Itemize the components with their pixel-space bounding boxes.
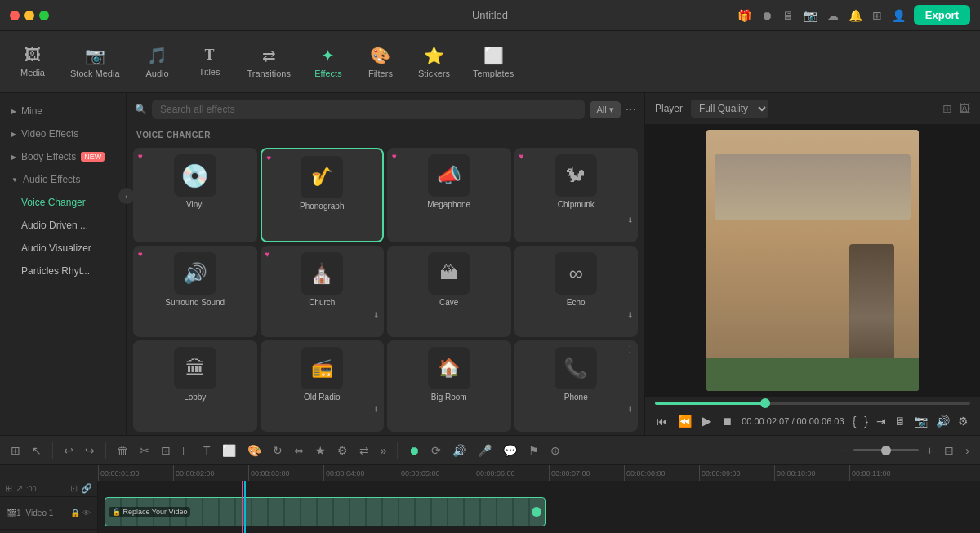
church-label: Church xyxy=(309,298,335,307)
more-button[interactable]: ··· xyxy=(626,102,636,117)
motion-button[interactable]: ⟳ xyxy=(427,442,445,460)
layout-button[interactable]: ⊟ xyxy=(940,442,958,460)
effect-cave[interactable]: 🏔 Cave xyxy=(387,246,511,337)
toolbar-item-stickers[interactable]: ⭐ Stickers xyxy=(408,41,460,83)
effect-surround-sound[interactable]: ♥ 🔊 Surround Sound xyxy=(133,246,257,337)
maximize-button[interactable] xyxy=(39,11,49,20)
toolbar-item-media[interactable]: 🖼 Media xyxy=(8,41,57,82)
sidebar-item-audio-effects[interactable]: ▼ Audio Effects xyxy=(0,168,126,191)
settings-button[interactable]: ⚙ xyxy=(956,413,970,429)
sidebar-item-mine[interactable]: ▶ Mine xyxy=(0,100,126,122)
gift-icon[interactable]: 🎁 xyxy=(737,9,751,22)
track-add-button[interactable]: ⊕ xyxy=(546,442,564,460)
mirror-button[interactable]: ⇔ xyxy=(290,442,308,460)
avatar-icon[interactable]: 👤 xyxy=(892,9,906,22)
effect-vinyl[interactable]: ♥ 💿 Vinyl xyxy=(133,148,257,242)
monitor-button[interactable]: 🖥 xyxy=(893,413,907,429)
record-icon[interactable]: ⏺ xyxy=(761,9,773,22)
timeline-snap-icon[interactable]: ⊡ xyxy=(70,483,78,494)
timeline-arrow-icon[interactable]: ↗ xyxy=(16,483,23,494)
toolbar-item-titles[interactable]: T Titles xyxy=(185,42,234,82)
step-back-button[interactable]: ⏪ xyxy=(676,413,693,429)
ruler-mark-3: 00:00:04:00 xyxy=(323,464,399,481)
sidebar-item-particles-rhythm[interactable]: Particles Rhyt... xyxy=(0,260,126,282)
split-button[interactable]: ⊢ xyxy=(178,442,196,460)
search-input[interactable] xyxy=(152,100,585,119)
mic-button[interactable]: 🎤 xyxy=(474,442,496,460)
delete-button[interactable]: 🗑 xyxy=(113,442,132,460)
expand-button[interactable]: › xyxy=(961,442,973,460)
toolbar-item-templates[interactable]: ⬜ Templates xyxy=(463,41,523,83)
export-button[interactable]: Export xyxy=(914,5,970,25)
sidebar-item-body-effects[interactable]: ▶ Body Effects NEW xyxy=(0,145,126,168)
zoom-in-button[interactable]: + xyxy=(922,442,937,460)
timeline-grid-icon[interactable]: ⊞ xyxy=(5,483,12,494)
progress-bar[interactable] xyxy=(655,402,970,405)
stop-button[interactable]: ⏹ xyxy=(719,413,734,429)
minimize-button[interactable] xyxy=(24,11,34,20)
sidebar-item-voice-changer[interactable]: Voice Changer xyxy=(0,191,126,214)
filter-button[interactable]: All ▾ xyxy=(590,101,620,118)
mark-in-button[interactable]: { xyxy=(851,413,858,429)
volume-button[interactable]: 🔊 xyxy=(934,413,951,429)
undo-button[interactable]: ↩ xyxy=(60,442,78,460)
pointer-button[interactable]: ↖ xyxy=(28,442,46,460)
image-icon[interactable]: 🖼 xyxy=(959,102,970,115)
effect-echo[interactable]: ∞ ⬇ Echo xyxy=(514,246,639,337)
effect-old-radio[interactable]: 📻 ⬇ Old Radio xyxy=(261,340,385,432)
effect-lobby[interactable]: 🏛 Lobby xyxy=(133,340,257,432)
frame-button[interactable]: ⬜ xyxy=(218,442,240,460)
sidebar-item-audio-visualizer[interactable]: Audio Visualizer xyxy=(0,237,126,260)
trim-button[interactable]: ⇥ xyxy=(875,413,888,429)
more-options-icon[interactable]: ⋮ xyxy=(626,344,634,353)
adjust-button[interactable]: ⚙ xyxy=(333,442,352,460)
video-clip[interactable]: 🔒 Replace Your Video xyxy=(105,497,546,526)
zoom-slider[interactable] xyxy=(853,449,919,451)
more-tools-button[interactable]: » xyxy=(376,442,391,460)
timeline-link-icon[interactable]: 🔗 xyxy=(81,483,92,494)
rotate-button[interactable]: ↻ xyxy=(269,442,287,460)
crop-button[interactable]: ⊡ xyxy=(157,442,175,460)
audio-btn[interactable]: 🔊 xyxy=(448,442,470,460)
record-button[interactable]: ⏺ xyxy=(404,442,424,460)
effect-megaphone[interactable]: ♥ 📣 Megaphone xyxy=(387,148,511,242)
mark-out-button[interactable]: } xyxy=(862,413,870,429)
progress-thumb[interactable] xyxy=(760,398,770,408)
subtitle-button[interactable]: 💬 xyxy=(499,442,521,460)
zoom-out-button[interactable]: − xyxy=(835,442,850,460)
play-button[interactable]: ▶ xyxy=(700,411,713,430)
eye-icon[interactable]: 👁 xyxy=(82,509,91,517)
bell-icon[interactable]: 🔔 xyxy=(849,9,862,22)
skip-back-button[interactable]: ⏮ xyxy=(655,413,670,429)
grid-icon[interactable]: ⊞ xyxy=(872,9,882,22)
toolbar-item-transitions[interactable]: ⇄ Transitions xyxy=(238,41,301,83)
redo-button[interactable]: ↪ xyxy=(81,442,99,460)
effect-big-room[interactable]: 🏠 Big Room xyxy=(387,340,511,432)
mark-button[interactable]: ⚑ xyxy=(524,442,543,460)
toolbar-item-effects[interactable]: ✦ Effects xyxy=(304,41,353,83)
effect-apply-button[interactable]: ★ xyxy=(311,442,330,460)
quality-select[interactable]: Full Quality Half Quality xyxy=(691,100,768,118)
toolbar-item-audio[interactable]: 🎵 Audio xyxy=(133,41,182,83)
toolbar-item-filters[interactable]: 🎨 Filters xyxy=(356,41,405,83)
effect-phone[interactable]: 📞 ⬇ Phone ⋮ xyxy=(514,340,639,432)
split-view-button[interactable]: ⊞ xyxy=(7,442,24,460)
cut-button[interactable]: ✂ xyxy=(136,442,154,460)
text-button[interactable]: T xyxy=(199,442,215,460)
toolbar-item-stock[interactable]: 📷 Stock Media xyxy=(60,41,130,83)
effect-phonograph[interactable]: ♥ 🎷 Phonograph xyxy=(261,148,385,242)
transition-btn[interactable]: ⇄ xyxy=(355,442,373,460)
lock-icon[interactable]: 🔒 xyxy=(70,509,80,517)
sidebar-item-video-effects[interactable]: ▶ Video Effects xyxy=(0,122,126,145)
snapshot-btn[interactable]: 📷 xyxy=(912,413,929,429)
close-button[interactable] xyxy=(10,11,20,20)
effect-chipmunk[interactable]: ♥ 🐿 ⬇ Chipmunk xyxy=(514,148,639,242)
toolbar: 🖼 Media 📷 Stock Media 🎵 Audio T Titles ⇄… xyxy=(0,31,980,93)
cloud-icon[interactable]: ☁ xyxy=(827,9,839,22)
effect-church[interactable]: ♥ ⛪ ⬇ Church xyxy=(261,246,385,337)
paint-button[interactable]: 🎨 xyxy=(243,442,265,460)
screen-icon[interactable]: 🖥 xyxy=(782,9,794,22)
sidebar-item-audio-driven[interactable]: Audio Driven ... xyxy=(0,214,126,237)
grid-view-icon[interactable]: ⊞ xyxy=(942,102,952,115)
snapshot-icon[interactable]: 📷 xyxy=(804,9,817,22)
